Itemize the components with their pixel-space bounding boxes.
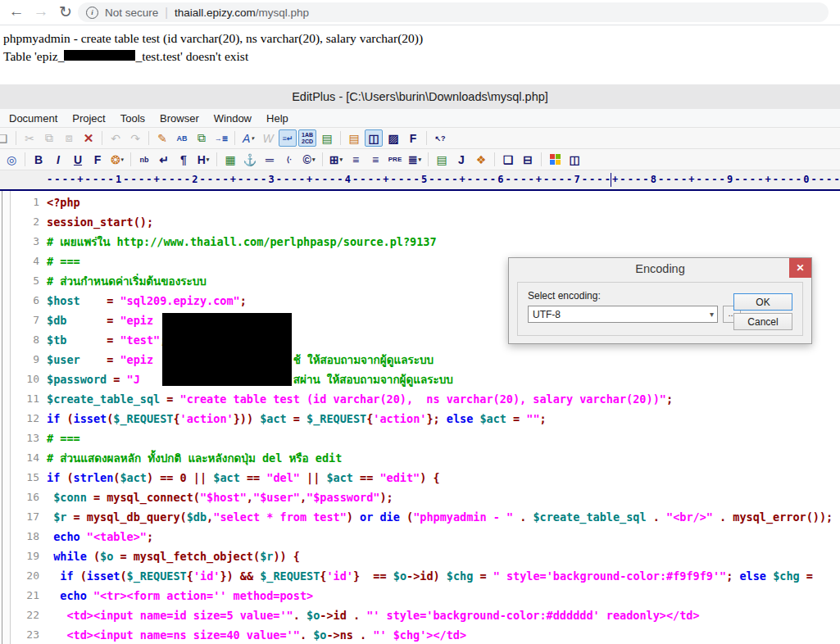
- menu-item-browser[interactable]: Browser: [152, 109, 207, 127]
- cancel-button[interactable]: Cancel: [733, 313, 792, 330]
- split-window-icon[interactable]: ⊟: [519, 151, 537, 168]
- code-line: 20 if (isset($_REQUEST{'id'}) && $_REQUE…: [0, 566, 840, 586]
- page-output-line1: phpmyadmin - create table test (id varch…: [3, 31, 423, 46]
- new-window-icon[interactable]: ❏: [499, 151, 517, 168]
- hr-icon[interactable]: ═: [261, 151, 279, 168]
- goto-line-icon[interactable]: →≣: [212, 129, 230, 147]
- window-title-bar[interactable]: EditPlus - [C:\Users\burin\Downloads\mys…: [0, 84, 840, 110]
- align-right-icon[interactable]: ≡: [366, 151, 384, 168]
- side-panel-icon[interactable]: ◫: [365, 129, 383, 147]
- context-help-icon[interactable]: ↖?: [431, 129, 449, 147]
- user-tools-icon[interactable]: ▨: [384, 129, 402, 147]
- menu-item-document[interactable]: Document: [2, 109, 65, 127]
- line-number: 8: [11, 330, 39, 350]
- line-number: 6: [11, 291, 39, 311]
- line-number: 5: [11, 271, 39, 291]
- line-number: 17: [11, 507, 39, 527]
- italic-icon[interactable]: I: [49, 151, 67, 168]
- dialog-title-bar[interactable]: Encoding: [509, 258, 811, 279]
- line-number: 20: [11, 566, 39, 586]
- frame-icon[interactable]: ◫: [565, 151, 583, 168]
- line-numbers-icon[interactable]: 1AB 2CD: [298, 129, 316, 147]
- table-icon[interactable]: ⊞: [327, 151, 345, 168]
- encoding-dropdown[interactable]: UTF-8 ▾: [528, 306, 718, 323]
- screen: ← → ↻ i Not secure | thaiall.epizy.com/m…: [0, 0, 840, 644]
- dialog-title: Encoding: [635, 262, 684, 275]
- line-number: 16: [11, 488, 39, 507]
- menu-item-window[interactable]: Window: [207, 109, 259, 127]
- toolbar-separator: [322, 152, 323, 166]
- close-icon[interactable]: ✕: [789, 258, 811, 278]
- redo-icon[interactable]: ↷: [126, 129, 144, 147]
- new-document-icon[interactable]: ❏: [0, 129, 11, 147]
- paste-icon[interactable]: ⧈: [60, 129, 78, 147]
- image-icon[interactable]: ▦: [221, 151, 239, 168]
- browser-colors-icon[interactable]: [546, 151, 564, 168]
- line-number: 15: [11, 468, 39, 488]
- back-icon[interactable]: ←: [7, 1, 26, 22]
- underline-icon[interactable]: U: [69, 151, 87, 168]
- tag-icon[interactable]: ⟨·: [280, 151, 298, 168]
- forward-icon[interactable]: →: [31, 1, 51, 22]
- undo-icon[interactable]: ↶: [107, 129, 125, 147]
- replace-icon[interactable]: AB: [173, 129, 191, 147]
- code-line: 18 echo "<table>";: [0, 527, 840, 546]
- browser-preview-icon[interactable]: ◎: [2, 151, 20, 168]
- browser-page: phpmyadmin - create table test (id varch…: [0, 25, 840, 84]
- copy-icon[interactable]: ⧉: [40, 129, 58, 147]
- menu-item-help[interactable]: Help: [259, 109, 296, 127]
- cut-icon[interactable]: ✂: [20, 129, 39, 147]
- applet-icon[interactable]: ❖: [472, 151, 490, 168]
- pre-icon[interactable]: PRE: [386, 151, 404, 168]
- heading-icon[interactable]: H: [194, 151, 212, 168]
- text-color-icon[interactable]: ❂: [108, 151, 126, 168]
- window-title: EditPlus - [C:\Users\burin\Downloads\mys…: [292, 90, 548, 103]
- code-line: 17 $r = mysql_db_query($db,"select * fro…: [0, 507, 840, 527]
- stamp-icon[interactable]: ▤: [318, 129, 336, 147]
- document-list-icon[interactable]: ▤: [345, 129, 363, 147]
- paragraph-icon[interactable]: ¶: [175, 151, 193, 168]
- ruler-cursor-tick: [611, 173, 611, 187]
- delete-icon[interactable]: ✕: [79, 129, 98, 147]
- column-ruler: ----+----1----+----2----+----3----+----4…: [0, 170, 840, 189]
- toolbar-separator: [16, 131, 16, 145]
- code-line: 12if (isset($_REQUEST{'action'})) $act =…: [0, 409, 840, 429]
- find-icon[interactable]: ✎: [153, 129, 171, 147]
- menu-item-project[interactable]: Project: [65, 109, 112, 127]
- line-number: 11: [11, 389, 39, 409]
- dialog-group-box: Select encoding: UTF-8 ▾ ... OK Cancel: [517, 282, 803, 336]
- url-bar[interactable]: i Not secure | thaiall.epizy.com/mysql.p…: [78, 2, 829, 22]
- script-icon[interactable]: ▤: [433, 151, 451, 168]
- special-char-icon[interactable]: ©: [300, 151, 318, 168]
- reload-icon[interactable]: ↻: [56, 1, 75, 22]
- info-icon[interactable]: i: [86, 7, 98, 19]
- chevron-down-icon: ▾: [710, 310, 714, 319]
- font-icon[interactable]: A: [239, 129, 257, 147]
- anchor-icon[interactable]: ⚓: [241, 151, 259, 168]
- code-line: 16 $conn = mysql_connect("$host","$user"…: [0, 488, 840, 507]
- menu-item-tools[interactable]: Tools: [113, 109, 152, 127]
- javascript-icon[interactable]: J: [452, 151, 470, 168]
- word-wrap-icon[interactable]: ≡↵: [279, 129, 297, 147]
- toolbar-row-2: ◎BIUF❂nb↵¶H▦⚓═⟨·©⊞≡≡PRE≣▤J❖❏⊟◫: [0, 149, 840, 170]
- bold-icon[interactable]: B: [30, 151, 48, 168]
- line-number: 19: [11, 546, 39, 566]
- w-icon[interactable]: W: [259, 129, 277, 147]
- function-list-icon[interactable]: F: [404, 129, 422, 147]
- line-number: 23: [11, 625, 39, 644]
- find-in-files-icon[interactable]: ⧉: [193, 129, 211, 147]
- encoding-dialog: Encoding ✕ Select encoding: UTF-8 ▾ ... …: [508, 257, 812, 344]
- ok-button[interactable]: OK: [733, 293, 792, 311]
- page-line2-after: _test.test' doesn't exist: [135, 49, 248, 63]
- line-break-icon[interactable]: ↵: [155, 151, 173, 168]
- nbsp-icon[interactable]: nb: [135, 151, 153, 168]
- not-secure-label: Not secure: [105, 7, 158, 19]
- line-number: 12: [11, 409, 39, 429]
- align-center-icon[interactable]: ≡: [347, 151, 365, 168]
- font-face-icon[interactable]: F: [89, 151, 107, 168]
- ruler-scale: ----+----1----+----2----+----3----+----4…: [47, 174, 840, 185]
- code-line: 15if (strlen($act) == 0 || $act == "del"…: [0, 468, 840, 488]
- list-icon[interactable]: ≣: [406, 151, 424, 168]
- url-host: thaiall.epizy.com: [175, 7, 256, 19]
- encoding-value: UTF-8: [533, 309, 561, 320]
